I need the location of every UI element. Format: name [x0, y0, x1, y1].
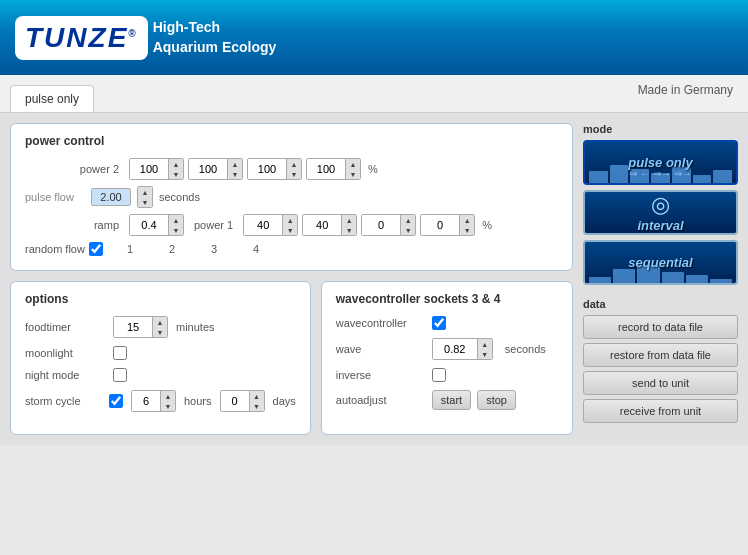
power2-input-3[interactable]: [248, 159, 286, 179]
spin-up-1[interactable]: ▲: [169, 159, 183, 169]
wave-label: wave: [336, 343, 426, 355]
foodtimer-row: foodtimer ▲ ▼ minutes: [25, 316, 296, 338]
power2-spin-1[interactable]: ▲ ▼: [129, 158, 184, 180]
wave-input[interactable]: [433, 339, 477, 359]
pulse-flow-down[interactable]: ▼: [138, 197, 152, 207]
storm-hours-spin[interactable]: ▲ ▼: [131, 390, 176, 412]
power1-input-2[interactable]: [303, 215, 341, 235]
receive-from-unit-button[interactable]: receive from unit: [583, 399, 738, 423]
record-to-data-file-button[interactable]: record to data file: [583, 315, 738, 339]
power-control-title: power control: [25, 134, 558, 148]
storm-days-down[interactable]: ▼: [250, 401, 264, 411]
sequential-label: sequential: [628, 255, 692, 270]
inverse-checkbox[interactable]: [432, 368, 446, 382]
spin-up-3[interactable]: ▲: [287, 159, 301, 169]
power2-spin-3[interactable]: ▲ ▼: [247, 158, 302, 180]
ramp-up[interactable]: ▲: [169, 215, 183, 225]
wave-seconds-label: seconds: [505, 343, 546, 355]
wave-row: wave ▲ ▼ seconds: [336, 338, 558, 360]
power2-spin-2[interactable]: ▲ ▼: [188, 158, 243, 180]
stop-button[interactable]: stop: [477, 390, 516, 410]
power1-spin-3[interactable]: ▲ ▼: [361, 214, 416, 236]
power2-row: power 2 ▲ ▼ ▲ ▼: [25, 158, 558, 180]
pulse-flow-label: pulse flow: [25, 191, 85, 203]
power1-spin-1[interactable]: ▲ ▼: [243, 214, 298, 236]
start-button[interactable]: start: [432, 390, 471, 410]
ramp-input[interactable]: [130, 215, 168, 235]
wave-up[interactable]: ▲: [478, 339, 492, 349]
random-flow-checkbox[interactable]: [89, 242, 103, 256]
pulse-flow-value: 2.00: [91, 188, 131, 206]
inverse-row: inverse: [336, 368, 558, 382]
wave-down[interactable]: ▼: [478, 349, 492, 359]
foodtimer-input[interactable]: [114, 317, 152, 337]
wavecontroller-checkbox[interactable]: [432, 316, 446, 330]
pulse-flow-row: pulse flow 2.00 ▲ ▼ seconds: [25, 186, 558, 208]
spin-buttons-3: ▲ ▼: [286, 159, 301, 179]
ramp-down[interactable]: ▼: [169, 225, 183, 235]
p1-down-3[interactable]: ▼: [401, 225, 415, 235]
tagline-line1: High-Tech: [153, 18, 277, 38]
storm-days-up[interactable]: ▲: [250, 391, 264, 401]
hours-label: hours: [184, 395, 212, 407]
power2-input-2[interactable]: [189, 159, 227, 179]
storm-cycle-checkbox[interactable]: [109, 394, 123, 408]
storm-hours-up[interactable]: ▲: [161, 391, 175, 401]
spin-down-2[interactable]: ▼: [228, 169, 242, 179]
restore-from-data-file-button[interactable]: restore from data file: [583, 343, 738, 367]
power1-input-1[interactable]: [244, 215, 282, 235]
power1-spin-4[interactable]: ▲ ▼: [420, 214, 475, 236]
pulse-flow-spin[interactable]: ▲ ▼: [137, 186, 153, 208]
p1-up-2[interactable]: ▲: [342, 215, 356, 225]
storm-days-input[interactable]: [221, 391, 249, 411]
p1-up-4[interactable]: ▲: [460, 215, 474, 225]
power1-input-3[interactable]: [362, 215, 400, 235]
power1-spin-2[interactable]: ▲ ▼: [302, 214, 357, 236]
night-mode-checkbox[interactable]: [113, 368, 127, 382]
mode-card-pulse-only[interactable]: pulse only ⇒ ← ⇒→ ⇒→: [583, 140, 738, 185]
spin-buttons-4: ▲ ▼: [345, 159, 360, 179]
pulse-flow-up[interactable]: ▲: [138, 187, 152, 197]
power2-spin-4[interactable]: ▲ ▼: [306, 158, 361, 180]
p1-up-3[interactable]: ▲: [401, 215, 415, 225]
wavecontroller-label: wavecontroller: [336, 317, 426, 329]
p1-spin-btns-2: ▲ ▼: [341, 215, 356, 235]
spin-up-4[interactable]: ▲: [346, 159, 360, 169]
spin-down-1[interactable]: ▼: [169, 169, 183, 179]
p1-up-1[interactable]: ▲: [283, 215, 297, 225]
random-flow-label: random flow: [25, 243, 85, 255]
storm-hours-input[interactable]: [132, 391, 160, 411]
registered-mark: ®: [128, 27, 137, 38]
spin-down-4[interactable]: ▼: [346, 169, 360, 179]
mode-card-interval[interactable]: ◎ interval: [583, 190, 738, 235]
spin-up-2[interactable]: ▲: [228, 159, 242, 169]
storm-days-spin[interactable]: ▲ ▼: [220, 390, 265, 412]
p1-spin-btns-1: ▲ ▼: [282, 215, 297, 235]
foodtimer-spin[interactable]: ▲ ▼: [113, 316, 168, 338]
storm-hours-down[interactable]: ▼: [161, 401, 175, 411]
p1-down-1[interactable]: ▼: [283, 225, 297, 235]
send-to-unit-button[interactable]: send to unit: [583, 371, 738, 395]
seconds-label: seconds: [159, 191, 200, 203]
power1-input-4[interactable]: [421, 215, 459, 235]
p1-down-2[interactable]: ▼: [342, 225, 356, 235]
wave-spin[interactable]: ▲ ▼: [432, 338, 493, 360]
tagline: High-Tech Aquarium Ecology: [153, 18, 277, 57]
power2-input-4[interactable]: [307, 159, 345, 179]
autoadjust-row: autoadjust start stop: [336, 390, 558, 410]
power2-input-1[interactable]: [130, 159, 168, 179]
active-tab[interactable]: pulse only: [10, 85, 94, 112]
moonlight-checkbox[interactable]: [113, 346, 127, 360]
channel-2: 2: [153, 243, 191, 255]
options-title: options: [25, 292, 296, 306]
foodtimer-down[interactable]: ▼: [153, 327, 167, 337]
days-label: days: [273, 395, 296, 407]
spin-down-3[interactable]: ▼: [287, 169, 301, 179]
mode-card-sequential[interactable]: sequential: [583, 240, 738, 285]
p1-down-4[interactable]: ▼: [460, 225, 474, 235]
wave-bar: [710, 279, 732, 283]
storm-cycle-row: storm cycle ▲ ▼ hours ▲ ▼: [25, 390, 296, 412]
ramp-spin[interactable]: ▲ ▼: [129, 214, 184, 236]
foodtimer-up[interactable]: ▲: [153, 317, 167, 327]
wave-bar: [613, 269, 635, 283]
